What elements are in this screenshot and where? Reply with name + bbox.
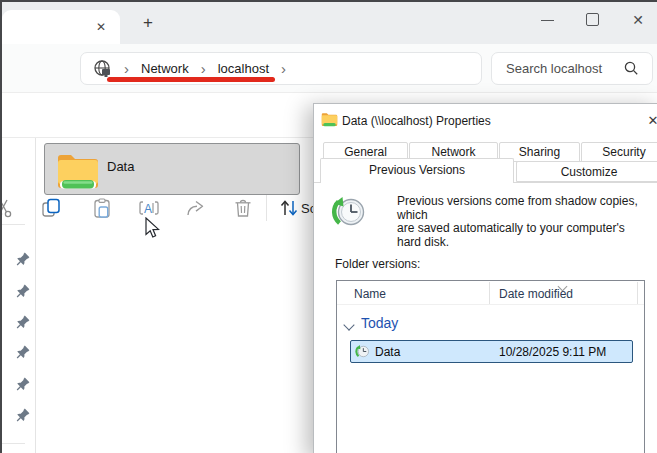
version-row-data[interactable]: Data 10/28/2025 9:11 PM <box>350 340 633 363</box>
list-header: Name Date modified <box>337 281 644 305</box>
column-header-name[interactable]: Name <box>354 287 386 301</box>
window-frame-left <box>0 0 2 453</box>
column-divider[interactable] <box>637 282 638 304</box>
folder-tile-label: Data <box>107 159 134 174</box>
mouse-cursor <box>145 217 161 239</box>
paste-icon[interactable] <box>91 197 113 219</box>
search-box[interactable] <box>491 52 653 85</box>
breadcrumb-item-network[interactable]: Network <box>141 61 189 76</box>
copy-icon[interactable] <box>40 197 62 219</box>
toolbar-separator <box>266 195 267 221</box>
pin-icon[interactable] <box>16 315 30 329</box>
group-header-today[interactable]: Today <box>361 315 398 331</box>
sort-icon[interactable] <box>278 197 300 219</box>
window-frame-top <box>0 0 657 2</box>
folder-versions-list[interactable]: Name Date modified Today <box>336 280 645 453</box>
previous-versions-pane: Previous versions come from shadow copie… <box>314 182 657 453</box>
explorer-tab[interactable]: ✕ <box>2 10 120 44</box>
previous-versions-icon <box>331 194 367 230</box>
version-item-icon <box>355 344 370 359</box>
dialog-folder-icon <box>321 111 338 128</box>
tab-bar: ✕ + ✕ <box>2 2 657 44</box>
tab-previous-versions[interactable]: Previous Versions <box>320 158 514 183</box>
dialog-close-button[interactable]: ✕ <box>644 112 657 130</box>
maximize-button[interactable] <box>586 13 599 26</box>
search-icon[interactable] <box>623 60 640 77</box>
breadcrumb-chevron-icon: › <box>112 62 141 76</box>
red-annotation-underline <box>107 77 275 82</box>
delete-icon[interactable] <box>232 197 254 219</box>
nav-divider <box>35 138 36 453</box>
network-globe-icon <box>93 59 112 78</box>
cut-icon[interactable] <box>0 197 15 219</box>
breadcrumb-chevron-icon: › <box>269 62 298 76</box>
folder-tile-data[interactable]: Data <box>44 143 300 195</box>
pin-icon[interactable] <box>16 377 30 391</box>
nav-separator <box>2 224 25 225</box>
pin-icon[interactable] <box>16 408 30 422</box>
tab-close-icon[interactable]: ✕ <box>90 18 112 36</box>
previous-versions-description: Previous versions come from shadow copie… <box>397 195 649 249</box>
new-tab-button[interactable]: + <box>136 11 160 35</box>
pin-icon[interactable] <box>16 252 30 266</box>
search-input[interactable] <box>492 61 623 76</box>
dialog-title: Data (\\localhost) Properties <box>342 114 491 128</box>
share-icon[interactable] <box>185 197 207 219</box>
tab-security[interactable]: Security <box>581 142 657 162</box>
group-collapse-icon[interactable] <box>343 319 354 330</box>
window-close-button[interactable]: ✕ <box>627 9 649 31</box>
tab-customize[interactable]: Customize <box>516 161 657 182</box>
version-name: Data <box>375 345 400 359</box>
svg-text:A: A <box>144 202 152 216</box>
column-header-date-modified[interactable]: Date modified <box>499 287 573 301</box>
minimize-button[interactable] <box>541 20 554 21</box>
pin-icon[interactable] <box>16 345 30 359</box>
column-divider[interactable] <box>489 282 490 304</box>
folder-versions-label: Folder versions: <box>335 257 420 271</box>
nav-separator <box>2 443 25 444</box>
properties-dialog: Data (\\localhost) Properties ✕ General … <box>313 103 657 453</box>
pin-icon[interactable] <box>16 284 30 298</box>
rename-icon[interactable]: A <box>138 197 160 219</box>
version-date-modified: 10/28/2025 9:11 PM <box>499 345 606 359</box>
address-row: › Network › localhost › <box>2 44 657 93</box>
breadcrumb-chevron-icon: › <box>189 62 218 76</box>
explorer-window: ✕ + ✕ › Network › localhost › <box>0 0 657 453</box>
folder-icon <box>56 150 100 192</box>
breadcrumb-item-localhost[interactable]: localhost <box>218 61 269 76</box>
